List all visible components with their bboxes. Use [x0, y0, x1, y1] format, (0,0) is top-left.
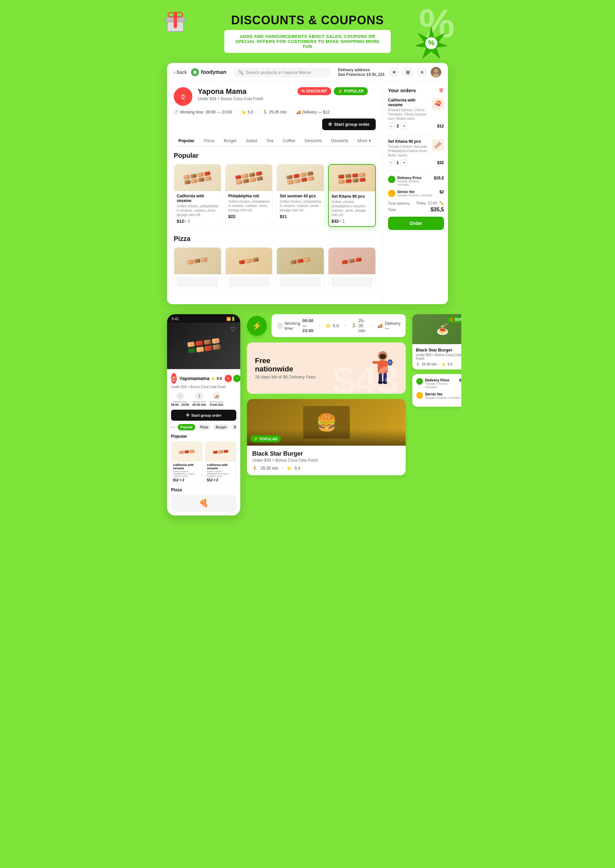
pizza-card-4[interactable]	[328, 247, 376, 291]
page-title: DISCOUNTS & COUPONS	[167, 13, 448, 27]
tab-coffee[interactable]: Coffee	[278, 136, 300, 147]
start-group-order-button[interactable]: ⚙ Start group order	[322, 119, 376, 130]
right-cards: 🍝 🎁 BONUS Black Star Burger Under $39 + …	[412, 314, 461, 407]
mobile-group-order-button[interactable]: ⚙ Start group order	[171, 410, 236, 421]
mobile-rating: 5.0	[217, 376, 222, 381]
restaurant-name: Yapona Mama	[198, 87, 263, 96]
mobile-product-1[interactable]: California with sesame Grilled chicken, …	[171, 441, 202, 484]
product-desc-2: Grilled chicken, philadelphia in sesame,…	[279, 199, 321, 212]
svg-point-10	[434, 69, 438, 73]
product-card-philadelphia[interactable]: Philadelphia roll Grilled chicken, phila…	[225, 164, 273, 227]
product-image-kitano	[329, 165, 375, 191]
mobile-dprice-label: Delivery price	[210, 401, 224, 403]
product-card-kitano[interactable]: Set Kitano 90 pcs Grilled, chicken, phil…	[328, 164, 376, 227]
burger-runner-icon: 🏃	[252, 466, 257, 471]
user-avatar[interactable]	[431, 67, 441, 78]
pizza-card-1[interactable]	[174, 247, 221, 291]
qty-decrease-2[interactable]: −	[388, 159, 395, 166]
clear-orders-button[interactable]: 🗑	[439, 87, 444, 93]
os-service-name: Servic fee	[425, 392, 460, 396]
qty-decrease-1[interactable]: −	[388, 123, 395, 130]
mobile-tab-pizza[interactable]: Pizza	[197, 424, 211, 430]
qty-increase-2[interactable]: +	[401, 159, 407, 166]
product-desc-1: Grilled chicken, philadelphia in sesame,…	[228, 199, 270, 212]
tab-burger[interactable]: Burger	[219, 136, 241, 147]
mobile-product-grid: California with sesame Grilled chicken, …	[171, 441, 236, 484]
tab-desserts-1[interactable]: Desserts	[300, 136, 326, 147]
tab-desserts-2[interactable]: Desserts	[326, 136, 353, 147]
delivery-time-meta: 🏃 25-35 min	[262, 110, 287, 114]
discount-icon: %	[301, 89, 305, 94]
search-bar[interactable]: 🔍 Search products in Yapona Mama	[234, 67, 330, 77]
mobile-tab-popular[interactable]: Popular	[178, 424, 195, 430]
mobile-star-icon: ⭐	[211, 376, 215, 381]
delivery-label: Delivery address	[338, 67, 385, 72]
mobile-category-tabs: ≡ 1 Popular Pizza Burger Barbeque	[171, 424, 236, 430]
edit-time-icon[interactable]: ✏️	[439, 201, 444, 205]
mobile-body: 🍣 Yaponamama ⭐ 5.0 % + Under $39 + Bonus…	[167, 369, 240, 515]
delivery-address-nav: Delivery address San Francisco 14 St, 22…	[338, 67, 385, 77]
left-panel: 🍣 Yapona Mama Under $39 + Bonus Coca Col…	[167, 82, 383, 304]
tab-more[interactable]: More ▾	[353, 136, 376, 146]
pizza-card-3[interactable]	[276, 247, 324, 291]
back-button[interactable]: ‹ Back	[174, 70, 187, 75]
tab-salad[interactable]: Salad	[241, 136, 262, 147]
lightning-badge: ⚡	[247, 316, 267, 336]
grid-icon[interactable]: ⊞	[403, 67, 413, 78]
search-icon: 🔍	[238, 70, 244, 75]
mobile-tab-barbeque[interactable]: Barbeque	[231, 424, 236, 430]
restaurant-logo: 🍣	[174, 87, 192, 106]
mobile-badges: % +	[225, 375, 240, 382]
wt-star-icon: ⭐	[325, 323, 331, 328]
product-card-california[interactable]: California with sesame Grilled chicken, …	[174, 164, 221, 227]
service-fee-left: ⚡ Servic fee Teriyaki Chicken, Avocado	[388, 190, 432, 197]
mobile-badge-red: %	[225, 375, 232, 382]
mobile-status-bar: 9:41 📶🔋	[167, 314, 240, 323]
pizza-card-2[interactable]	[225, 247, 273, 291]
order-button[interactable]: Order	[388, 217, 444, 230]
wt-dot-3: •	[371, 323, 372, 328]
qty-increase-1[interactable]: +	[401, 123, 407, 130]
product-card-sunman[interactable]: Set sunman 43 pcs Grilled chicken, phila…	[276, 164, 324, 227]
more-label: More	[357, 138, 367, 143]
delivery-time-value: 25-35 min	[269, 110, 287, 114]
popular-label: POPULAR	[344, 89, 364, 94]
order-item-image-1: 🍣	[432, 98, 444, 110]
mobile-heart-icon[interactable]: ♡	[230, 326, 236, 333]
burger-star-icon: ⭐	[287, 466, 292, 471]
burger-tagline: Under $39 + Bonus Coca Cola Fresh	[252, 458, 400, 463]
mobile-delivery-time: 🏃 Delivery time 25-35 min	[192, 392, 206, 406]
tab-pizza[interactable]: Pizza	[199, 136, 219, 147]
mobile-product-2[interactable]: California with sesame Grilled chicken, …	[205, 441, 236, 484]
burger-lightning-icon: ⚡	[254, 437, 258, 441]
restaurant-meta: 🕐 Working time: 09:00 — 23:00 • ⭐ 5.0 • …	[174, 110, 376, 130]
tab-tea[interactable]: Tea	[262, 136, 278, 147]
favorite-button[interactable]: ♡	[370, 87, 376, 95]
svg-point-11	[432, 73, 439, 78]
sun-icon[interactable]: ☀	[389, 67, 400, 78]
wt-delivery: 🚚 Delivery —	[378, 321, 400, 331]
delivery-fee-icon: 🏃	[388, 176, 395, 183]
runner-icon: 🏃	[262, 110, 268, 114]
working-time-value: 09:00 — 23:00	[206, 110, 232, 114]
product-desc-3: Grilled, chicken, philadelphia in sesame…	[331, 200, 372, 217]
mobile-group-icon: ⚙	[186, 413, 189, 417]
delivery-fee-row: 🏃 Delivery Price Teriyaki Chicken, Avoca…	[388, 176, 444, 186]
delivery-fee-value: Delivery — $12	[303, 110, 330, 114]
list-icon[interactable]: ≡	[417, 67, 427, 78]
dot-3: •	[290, 110, 292, 114]
wt-label: Working time:	[284, 321, 300, 331]
nav-logo: foodyman	[191, 68, 226, 76]
working-time-label: Working time:	[180, 110, 204, 114]
black-star-card[interactable]: 🍝 🎁 BONUS Black Star Burger Under $39 + …	[412, 314, 461, 370]
wt-runner-icon: 🏃	[351, 323, 356, 328]
nav-icons: ☀ ⊞ ≡	[389, 67, 441, 78]
tab-popular[interactable]: Popular	[174, 136, 199, 147]
burger-meta: 🏃 25-35 min • ⭐ 5.0	[252, 466, 400, 471]
wt-clock-icon: 🕐	[277, 323, 283, 328]
starburst-icon: %	[415, 27, 448, 60]
burger-card[interactable]: 🍔 ⚡ POPULAR Black Star Burger Under $39 …	[247, 399, 406, 475]
mobile-tab-burger[interactable]: Burger	[213, 424, 229, 430]
os-service-left: ⚡ Servic fee Teriyaki Chicken, Avocado	[416, 392, 460, 400]
search-placeholder: Search products in Yapona Mama	[246, 70, 311, 75]
